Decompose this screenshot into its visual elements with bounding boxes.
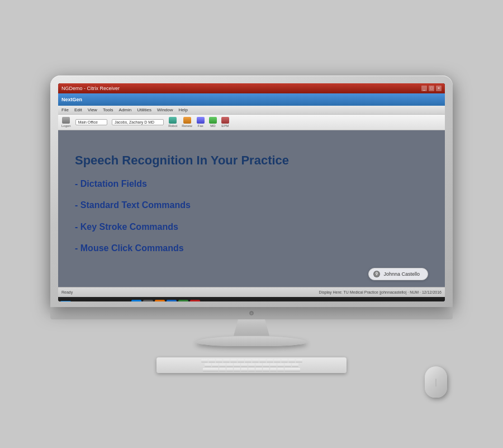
menu-file[interactable]: File <box>61 107 69 112</box>
bullet-3: - Key Stroke Commands <box>75 221 428 233</box>
bullet-2: - Standard Text Commands <box>75 199 428 211</box>
epm-button[interactable]: EPM <box>221 117 229 128</box>
taskbar-icon-1[interactable]: ⊞ <box>131 300 141 301</box>
toolbar: Logon Main Office Jacobs, Zachary D MD R… <box>58 115 445 130</box>
citrix-controls: _ □ × <box>421 86 442 91</box>
monitor-stand-neck <box>229 319 274 336</box>
location-dropdown[interactable]: Main Office <box>75 119 107 125</box>
slide-title: Speech Recognition In Your Practice <box>75 153 428 168</box>
monitor-chin <box>50 307 453 319</box>
menu-utilities[interactable]: Utilities <box>137 107 151 112</box>
desk-area <box>156 351 347 373</box>
menu-edit[interactable]: Edit <box>74 107 82 112</box>
citrix-titlebar: NGDemo - Citrix Receiver _ □ × <box>58 83 445 93</box>
mouse-scroll-wheel <box>436 379 436 386</box>
dictation-user: Johnna Castello <box>383 271 420 277</box>
status-left: Ready <box>61 290 73 294</box>
robot-button[interactable]: Robot <box>168 117 177 128</box>
microphone-icon: 🎙 <box>373 271 380 277</box>
taskbar-icon-4[interactable]: W <box>167 300 177 301</box>
taskbar-icon-3[interactable]: FF <box>155 300 165 301</box>
slide-area: Speech Recognition In Your Practice - Di… <box>58 130 445 287</box>
monitor: NGDemo - Citrix Receiver _ □ × NextGen F <box>50 76 453 373</box>
md-button[interactable]: MD <box>209 117 217 128</box>
windows-taskbar: ⊞ 🔍 Type here to search ⊞ IE FF W X P <box>58 297 445 301</box>
menu-help[interactable]: Help <box>179 107 188 112</box>
scene: NGDemo - Citrix Receiver _ □ × NextGen F <box>0 0 503 448</box>
monitor-bezel: NGDemo - Citrix Receiver _ □ × NextGen F <box>50 76 453 307</box>
monitor-stand-base <box>196 336 307 346</box>
keyboard <box>156 357 347 373</box>
status-bar: Ready Display Here: TU Medical Practice … <box>58 287 445 297</box>
mouse <box>425 366 447 398</box>
citrix-title: NGDemo - Citrix Receiver <box>61 86 421 91</box>
nextgen-logo: NextGen <box>61 97 82 102</box>
menu-tools[interactable]: Tools <box>103 107 113 112</box>
restore-button[interactable]: □ <box>429 86 434 91</box>
power-indicator <box>249 311 254 315</box>
bullet-1: - Dictation Fields <box>75 178 428 190</box>
taskbar-icon-5[interactable]: X <box>178 300 188 301</box>
screen: NGDemo - Citrix Receiver _ □ × NextGen F <box>58 83 445 301</box>
taskbar-icon-6[interactable]: P <box>190 300 200 301</box>
fax-button[interactable]: Fax <box>197 117 205 128</box>
bullet-4: - Mouse Click Commands <box>75 242 428 254</box>
menu-window[interactable]: Window <box>157 107 173 112</box>
menu-view[interactable]: View <box>88 107 97 112</box>
taskbar-icon-2[interactable]: IE <box>143 300 153 301</box>
slide-content: Speech Recognition In Your Practice - Di… <box>58 142 445 275</box>
menu-admin[interactable]: Admin <box>119 107 132 112</box>
user-dropdown[interactable]: Jacobs, Zachary D MD <box>112 119 164 125</box>
close-button[interactable]: × <box>436 86 442 91</box>
dictation-badge: 🎙 Johnna Castello <box>368 268 428 280</box>
windows-chrome: NGDemo - Citrix Receiver _ □ × NextGen F <box>58 83 445 301</box>
start-button[interactable]: ⊞ <box>60 301 71 301</box>
login-button[interactable]: Logon <box>61 117 71 128</box>
minimize-button[interactable]: _ <box>421 86 427 91</box>
status-right: Display Here: TU Medical Practice |johnn… <box>319 290 442 294</box>
renew-button[interactable]: Renew <box>182 117 192 128</box>
app-menubar: File Edit View Tools Admin Utilities Win… <box>58 106 445 115</box>
nextgen-bar: NextGen <box>58 93 445 106</box>
taskbar-apps: ⊞ IE FF W X P <box>131 300 200 301</box>
